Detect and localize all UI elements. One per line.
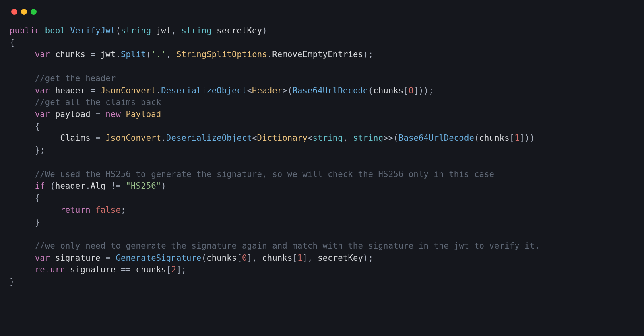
identifier: payload [55,109,91,119]
code-line: var payload = new Payload [10,109,634,121]
comment: //get all the claims back [35,97,161,107]
code-line: //get the header [10,73,634,85]
comment: //get the header [35,74,116,83]
code-line [10,157,634,169]
code-line: var header = JsonConvert.DeserializeObje… [10,85,634,97]
punct: , [171,26,181,35]
operator: = [91,109,106,119]
type: JsonConvert [105,133,161,143]
punct: > [388,133,394,143]
function-name: DeserializeObject [161,86,247,95]
punct: ) [363,253,368,263]
punct: ] [176,265,182,274]
keyword: var [35,49,50,59]
punct: ; [182,265,187,274]
close-icon[interactable] [11,9,17,15]
indent [10,109,35,119]
type: string [121,26,151,35]
minimize-icon[interactable] [21,9,27,15]
punct: , [308,253,318,263]
indent [10,169,35,179]
indent [10,49,35,59]
indent [10,133,60,143]
code-line: //We used the HS256 to generate the sign… [10,169,634,181]
indent [10,86,35,95]
indent [10,205,60,215]
indent [10,253,35,263]
punct: < [247,86,252,95]
punct: < [252,133,257,143]
keyword: if [35,181,45,191]
punct: [ [403,86,409,95]
keyword: new [105,109,121,119]
punct: ] [414,86,419,95]
code-line: var signature = GenerateSignature(chunks… [10,252,634,264]
code-window: public bool VerifyJwt(string jwt, string… [0,0,644,336]
code-editor[interactable]: public bool VerifyJwt(string jwt, string… [0,19,644,298]
punct: . [156,86,161,95]
punct: [ [292,253,297,263]
code-line: public bool VerifyJwt(string jwt, string… [10,25,634,37]
punct: ; [121,205,126,215]
identifier: header [55,86,85,95]
function-name: Base64UrlDecode [292,86,368,95]
indent [10,193,35,203]
identifier: signature [70,265,116,274]
punct: ) [424,86,429,95]
punct: ( [368,86,374,95]
code-line: Claims = JsonConvert.DeserializeObject<D… [10,132,634,144]
punct: ) [419,86,424,95]
punct: [ [237,253,242,263]
punct: ; [429,86,434,95]
code-line: } [10,216,634,229]
string-literal: "HS256" [126,181,161,191]
brace: } [10,277,15,287]
code-line [10,228,634,240]
type: JsonConvert [101,86,156,95]
string-literal: '.' [151,49,166,59]
type: string [182,26,212,35]
type: StringSplitOptions [176,49,267,59]
code-line: return signature == chunks[2]; [10,264,634,276]
maximize-icon[interactable] [31,9,37,15]
punct: , [343,133,353,143]
punct: < [308,133,313,143]
punct: ; [368,49,374,59]
number: 0 [409,86,414,95]
punct: [ [166,265,171,274]
punct: . [161,133,166,143]
identifier: jwt [101,49,116,59]
code-line [10,61,634,73]
punct: ; [368,253,374,263]
function-name: Base64UrlDecode [398,133,474,143]
punct: [ [510,133,515,143]
punct: , [166,49,176,59]
punct: ) [363,49,368,59]
punct: ] [247,253,252,263]
punct: ( [50,181,55,191]
punct: > [282,86,287,95]
indent [10,74,35,83]
identifier: secretKey [217,26,262,35]
operator: != [105,181,126,191]
punct: ( [116,26,121,35]
code-line: { [10,192,634,204]
punct: ) [524,133,530,143]
window-titlebar [0,0,644,19]
function-name: GenerateSignature [116,253,201,263]
type: string [313,133,343,143]
identifier: chunks [262,253,292,263]
punct: . [85,181,91,191]
punct: ( [474,133,479,143]
punct: ) [530,133,535,143]
brace: } [35,145,40,155]
number: 1 [514,133,520,143]
punct: ) [161,181,166,191]
code-line: }; [10,144,634,157]
keyword: return [60,205,90,215]
identifier: secretKey [318,253,363,263]
identifier: chunks [206,253,237,263]
identifier: chunks [373,86,403,95]
indent [10,122,35,131]
keyword: public [10,26,40,35]
